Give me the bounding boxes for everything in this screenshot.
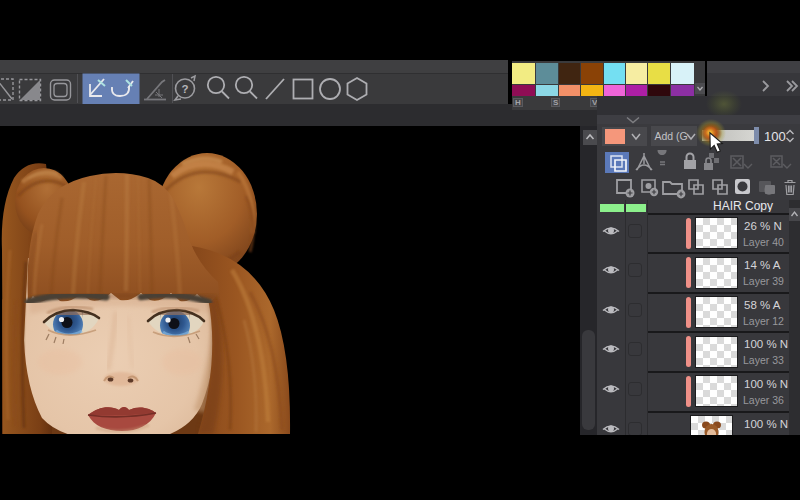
svg-text:?: ?	[181, 83, 188, 95]
